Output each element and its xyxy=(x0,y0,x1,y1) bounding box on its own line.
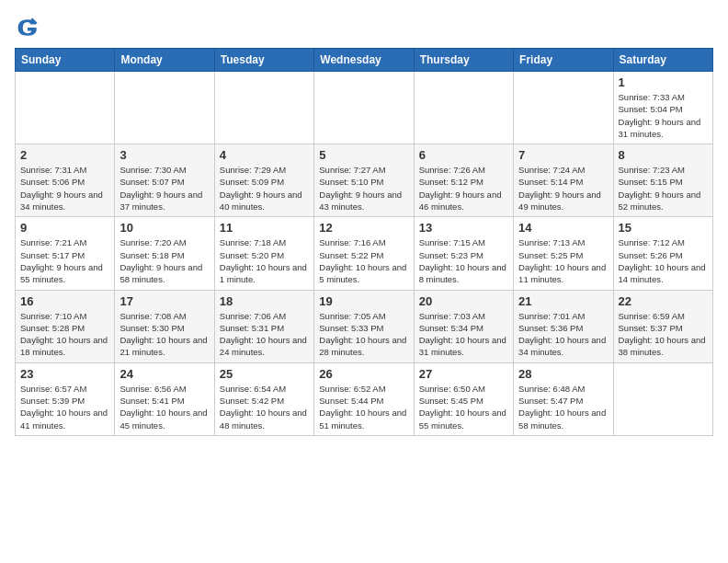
day-info: Sunrise: 7:18 AM Sunset: 5:20 PM Dayligh… xyxy=(220,236,309,285)
day-info: Sunrise: 7:06 AM Sunset: 5:31 PM Dayligh… xyxy=(220,310,309,359)
day-info: Sunrise: 6:56 AM Sunset: 5:41 PM Dayligh… xyxy=(119,383,209,431)
day-info: Sunrise: 7:15 AM Sunset: 5:23 PM Dayligh… xyxy=(419,236,508,285)
day-info: Sunrise: 7:20 AM Sunset: 5:18 PM Dayligh… xyxy=(119,236,209,285)
day-info: Sunrise: 7:08 AM Sunset: 5:30 PM Dayligh… xyxy=(119,310,209,359)
day-info: Sunrise: 7:16 AM Sunset: 5:22 PM Dayligh… xyxy=(319,236,408,285)
calendar-table: SundayMondayTuesdayWednesdayThursdayFrid… xyxy=(15,48,713,436)
week-row-1: 1Sunrise: 7:33 AM Sunset: 5:04 PM Daylig… xyxy=(16,72,713,144)
day-number: 26 xyxy=(319,367,408,381)
day-cell: 1Sunrise: 7:33 AM Sunset: 5:04 PM Daylig… xyxy=(613,72,712,144)
day-info: Sunrise: 6:52 AM Sunset: 5:44 PM Dayligh… xyxy=(319,383,408,431)
day-number: 21 xyxy=(518,294,608,308)
day-info: Sunrise: 7:05 AM Sunset: 5:33 PM Dayligh… xyxy=(319,310,408,359)
day-cell: 27Sunrise: 6:50 AM Sunset: 5:45 PM Dayli… xyxy=(414,362,513,435)
day-number: 20 xyxy=(419,294,508,308)
week-row-2: 2Sunrise: 7:31 AM Sunset: 5:06 PM Daylig… xyxy=(16,144,713,217)
week-row-4: 16Sunrise: 7:10 AM Sunset: 5:28 PM Dayli… xyxy=(16,290,713,362)
logo xyxy=(15,15,44,40)
day-cell: 13Sunrise: 7:15 AM Sunset: 5:23 PM Dayli… xyxy=(414,217,513,290)
day-cell xyxy=(314,72,414,144)
day-cell: 6Sunrise: 7:26 AM Sunset: 5:12 PM Daylig… xyxy=(414,144,513,217)
day-cell: 28Sunrise: 6:48 AM Sunset: 5:47 PM Dayli… xyxy=(514,362,613,435)
day-info: Sunrise: 7:31 AM Sunset: 5:06 PM Dayligh… xyxy=(20,164,109,213)
weekday-header-wednesday: Wednesday xyxy=(314,49,414,72)
day-cell: 7Sunrise: 7:24 AM Sunset: 5:14 PM Daylig… xyxy=(514,144,613,217)
day-info: Sunrise: 7:30 AM Sunset: 5:07 PM Dayligh… xyxy=(119,164,209,213)
day-number: 28 xyxy=(518,367,608,381)
day-cell: 18Sunrise: 7:06 AM Sunset: 5:31 PM Dayli… xyxy=(214,290,313,362)
day-number: 8 xyxy=(619,148,708,162)
day-info: Sunrise: 7:13 AM Sunset: 5:25 PM Dayligh… xyxy=(518,236,608,285)
day-cell: 25Sunrise: 6:54 AM Sunset: 5:42 PM Dayli… xyxy=(214,362,313,435)
day-number: 12 xyxy=(319,221,408,235)
day-number: 3 xyxy=(119,148,209,162)
day-cell xyxy=(414,72,513,144)
day-number: 9 xyxy=(20,221,109,235)
day-cell: 8Sunrise: 7:23 AM Sunset: 5:15 PM Daylig… xyxy=(613,144,712,217)
day-cell: 19Sunrise: 7:05 AM Sunset: 5:33 PM Dayli… xyxy=(314,290,414,362)
week-row-5: 23Sunrise: 6:57 AM Sunset: 5:39 PM Dayli… xyxy=(16,362,713,435)
day-number: 24 xyxy=(119,367,209,381)
weekday-header-saturday: Saturday xyxy=(613,49,712,72)
day-number: 13 xyxy=(419,221,508,235)
day-cell: 26Sunrise: 6:52 AM Sunset: 5:44 PM Dayli… xyxy=(314,362,414,435)
day-cell: 16Sunrise: 7:10 AM Sunset: 5:28 PM Dayli… xyxy=(16,290,115,362)
day-cell: 15Sunrise: 7:12 AM Sunset: 5:26 PM Dayli… xyxy=(613,217,712,290)
day-info: Sunrise: 6:57 AM Sunset: 5:39 PM Dayligh… xyxy=(20,383,109,431)
day-cell: 20Sunrise: 7:03 AM Sunset: 5:34 PM Dayli… xyxy=(414,290,513,362)
day-number: 18 xyxy=(220,294,309,308)
day-number: 14 xyxy=(518,221,608,235)
day-info: Sunrise: 7:12 AM Sunset: 5:26 PM Dayligh… xyxy=(619,236,708,285)
day-number: 10 xyxy=(119,221,209,235)
day-number: 23 xyxy=(20,367,109,381)
day-number: 22 xyxy=(619,294,708,308)
day-cell: 14Sunrise: 7:13 AM Sunset: 5:25 PM Dayli… xyxy=(514,217,613,290)
day-info: Sunrise: 7:27 AM Sunset: 5:10 PM Dayligh… xyxy=(319,164,408,213)
day-info: Sunrise: 7:21 AM Sunset: 5:17 PM Dayligh… xyxy=(20,236,109,285)
day-cell: 12Sunrise: 7:16 AM Sunset: 5:22 PM Dayli… xyxy=(314,217,414,290)
day-number: 6 xyxy=(419,148,508,162)
day-cell xyxy=(16,72,115,144)
day-cell: 17Sunrise: 7:08 AM Sunset: 5:30 PM Dayli… xyxy=(115,290,214,362)
weekday-header-monday: Monday xyxy=(115,49,214,72)
day-info: Sunrise: 7:33 AM Sunset: 5:04 PM Dayligh… xyxy=(619,91,708,140)
day-info: Sunrise: 6:50 AM Sunset: 5:45 PM Dayligh… xyxy=(419,383,508,431)
day-cell xyxy=(514,72,613,144)
day-number: 11 xyxy=(220,221,309,235)
day-cell: 10Sunrise: 7:20 AM Sunset: 5:18 PM Dayli… xyxy=(115,217,214,290)
day-cell: 21Sunrise: 7:01 AM Sunset: 5:36 PM Dayli… xyxy=(514,290,613,362)
weekday-header-friday: Friday xyxy=(514,49,613,72)
day-cell: 24Sunrise: 6:56 AM Sunset: 5:41 PM Dayli… xyxy=(115,362,214,435)
logo-icon xyxy=(15,15,40,40)
day-cell: 9Sunrise: 7:21 AM Sunset: 5:17 PM Daylig… xyxy=(16,217,115,290)
day-number: 2 xyxy=(20,148,109,162)
day-number: 5 xyxy=(319,148,408,162)
day-number: 16 xyxy=(20,294,109,308)
day-cell: 3Sunrise: 7:30 AM Sunset: 5:07 PM Daylig… xyxy=(115,144,214,217)
day-number: 15 xyxy=(619,221,708,235)
day-cell xyxy=(613,362,712,435)
day-number: 4 xyxy=(220,148,309,162)
day-cell xyxy=(214,72,313,144)
day-number: 19 xyxy=(319,294,408,308)
weekday-header-row: SundayMondayTuesdayWednesdayThursdayFrid… xyxy=(16,49,713,72)
day-cell: 22Sunrise: 6:59 AM Sunset: 5:37 PM Dayli… xyxy=(613,290,712,362)
day-number: 7 xyxy=(518,148,608,162)
day-info: Sunrise: 7:29 AM Sunset: 5:09 PM Dayligh… xyxy=(220,164,309,213)
day-info: Sunrise: 6:59 AM Sunset: 5:37 PM Dayligh… xyxy=(619,310,708,359)
day-cell: 4Sunrise: 7:29 AM Sunset: 5:09 PM Daylig… xyxy=(214,144,313,217)
weekday-header-tuesday: Tuesday xyxy=(214,49,313,72)
day-info: Sunrise: 7:01 AM Sunset: 5:36 PM Dayligh… xyxy=(518,310,608,359)
day-number: 25 xyxy=(220,367,309,381)
day-info: Sunrise: 7:24 AM Sunset: 5:14 PM Dayligh… xyxy=(518,164,608,213)
day-number: 17 xyxy=(119,294,209,308)
week-row-3: 9Sunrise: 7:21 AM Sunset: 5:17 PM Daylig… xyxy=(16,217,713,290)
day-info: Sunrise: 7:23 AM Sunset: 5:15 PM Dayligh… xyxy=(619,164,708,213)
weekday-header-thursday: Thursday xyxy=(414,49,513,72)
day-info: Sunrise: 6:54 AM Sunset: 5:42 PM Dayligh… xyxy=(220,383,309,431)
page-header xyxy=(15,15,713,40)
day-cell: 23Sunrise: 6:57 AM Sunset: 5:39 PM Dayli… xyxy=(16,362,115,435)
day-cell: 5Sunrise: 7:27 AM Sunset: 5:10 PM Daylig… xyxy=(314,144,414,217)
day-cell: 11Sunrise: 7:18 AM Sunset: 5:20 PM Dayli… xyxy=(214,217,313,290)
day-cell xyxy=(115,72,214,144)
